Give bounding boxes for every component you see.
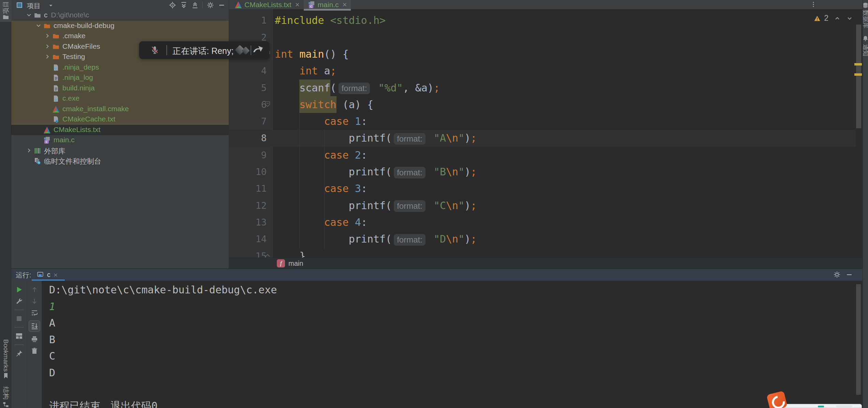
tab-label: CMakeLists.txt [244,1,291,9]
settings-button[interactable] [207,1,214,9]
line-number[interactable]: 9 [229,147,267,163]
layout-button[interactable] [15,332,23,340]
code-line-5[interactable]: scanf(format: "%d", &a); [275,79,856,96]
tree-item-.ninja_deps[interactable]: ?.ninja_deps [11,62,229,73]
line-number[interactable]: 10 [229,163,267,180]
next-occurrence-button[interactable] [30,297,39,305]
line-number[interactable]: 15 [229,248,267,258]
chevron-right-icon[interactable] [44,32,51,39]
function-badge: f [277,259,285,267]
chevron-right-icon[interactable] [44,53,51,60]
locate-button[interactable] [169,1,176,9]
line-number[interactable]: 1 [229,12,267,29]
stop-button[interactable] [15,315,23,323]
microphone-muted-icon[interactable] [150,45,160,55]
code-token: int [299,65,318,77]
chevron-right-icon[interactable] [26,147,32,154]
line-number[interactable]: 11 [229,180,267,197]
chevron-down-icon[interactable] [47,2,54,9]
code-token: ) [464,233,470,245]
code-line-6[interactable]: switch (a) { [275,96,856,113]
code-line-1[interactable]: #include <stdio.h> [275,12,856,29]
code-token: printf [275,166,386,178]
line-number[interactable]: 13 [229,214,267,231]
tab-options-kebab-icon[interactable] [810,1,817,8]
fold-bottom-icon[interactable] [264,252,271,259]
inspections-widget[interactable]: 2 [814,14,853,23]
folder-orange-icon [43,22,51,30]
close-icon[interactable]: × [342,0,347,9]
code-line-12[interactable]: printf(format: "C\n"); [275,197,856,214]
editor-tab-main.c[interactable]: cmain.c× [304,0,351,9]
hide-button[interactable] [218,1,225,9]
tree-item-临时文件和控制台[interactable]: 临时文件和控制台 [11,156,229,166]
code-line-11[interactable]: case 3: [275,180,856,197]
tree-item-.cmake[interactable]: .cmake [11,31,229,42]
tree-item-CMakeCache.txt[interactable]: CMakeCache.txt [11,114,229,125]
soft-wrap-button[interactable] [30,309,39,317]
code-token: 3 [355,183,361,194]
tree-item-.ninja_log[interactable]: .ninja_log [11,73,229,83]
tree-item-cmake-build-debug[interactable]: cmake-build-debug [11,21,229,31]
console-output[interactable]: D:\git\note\c\cmake-build-debug\c.exe1AB… [42,282,852,408]
tree-item-main.c[interactable]: cmain.c [11,135,229,146]
prev-occurrence-button[interactable] [30,286,39,294]
line-number[interactable]: 8 [229,130,267,146]
code-line-10[interactable]: printf(format: "B\n"); [275,163,856,180]
close-icon[interactable]: × [54,271,58,279]
tree-item-c[interactable]: cD:\git\note\c [11,10,229,21]
clear-button[interactable] [30,347,39,355]
tree-item-cmake_install.cmake[interactable]: cmake_install.cmake [11,104,229,115]
chevron-right-icon[interactable] [44,43,51,50]
code-line-9[interactable]: case 2: [275,147,856,163]
code-line-7[interactable]: case 1: [275,113,856,130]
code-line-13[interactable]: case 4: [275,214,856,231]
code-line-14[interactable]: printf(format: "D\n"); [275,231,856,247]
hide-button[interactable] [845,271,853,278]
line-number[interactable]: 14 [229,231,267,247]
code-line-4[interactable]: int a; [275,62,856,79]
line-number[interactable]: 4 [229,62,267,79]
settings-button[interactable] [833,271,841,278]
next-warning-chevron-icon[interactable] [846,15,853,22]
code-area[interactable]: #include <stdio.h>int main() { int a; sc… [273,9,856,258]
tree-item-c.exe[interactable]: ?c.exe [11,93,229,104]
project-panel-title[interactable]: 项目 [27,1,41,11]
edit-configuration-button[interactable] [15,297,23,305]
file-gear-icon [52,116,60,123]
console-scrollbar[interactable] [856,284,861,395]
run-panel-title: 运行: [16,271,31,280]
editor-tab-CMakeLists.txt[interactable]: CMakeLists.txt× [230,0,304,9]
warning-stripe-mark[interactable] [854,73,862,76]
tree-item-外部库[interactable]: 外部库 [11,146,229,156]
code-line-8[interactable]: printf(format: "A\n"); [275,130,856,146]
line-number[interactable]: 7 [229,113,267,130]
tree-item-build.ninja[interactable]: build.ninja [11,83,229,94]
code-line-2[interactable] [275,29,856,46]
pin-button[interactable] [15,349,23,358]
prev-warning-chevron-icon[interactable] [834,15,841,22]
editor-scrollbar[interactable] [856,25,861,128]
overlay-annotation-arrows-icon[interactable] [235,43,267,57]
tree-item-CMakeLists.txt[interactable]: CMakeLists.txt [11,125,229,135]
rerun-button[interactable] [15,286,23,294]
collapse-all-button[interactable] [191,1,199,9]
code-token: "%d" [378,82,403,94]
close-icon[interactable]: × [295,0,300,9]
tool-window-button-project[interactable]: 项目 [0,0,11,22]
chevron-down-icon[interactable] [35,22,42,29]
line-number[interactable]: 6 [229,96,267,113]
breadcrumb-function-name[interactable]: main [288,260,303,267]
line-number[interactable]: 12 [229,197,267,214]
code-line-15[interactable]: } [275,248,856,258]
svg-text:?: ? [54,98,57,103]
warning-stripe-mark[interactable] [854,63,862,65]
expand-all-button[interactable] [180,1,188,9]
line-number[interactable]: 5 [229,79,267,96]
scroll-to-end-button[interactable] [29,320,40,332]
chevron-down-icon[interactable] [26,12,32,18]
run-tab[interactable]: c × [32,269,62,281]
code-line-3[interactable]: int main() { [275,46,856,62]
fold-collapse-icon[interactable] [264,101,271,107]
print-button[interactable] [30,335,39,344]
